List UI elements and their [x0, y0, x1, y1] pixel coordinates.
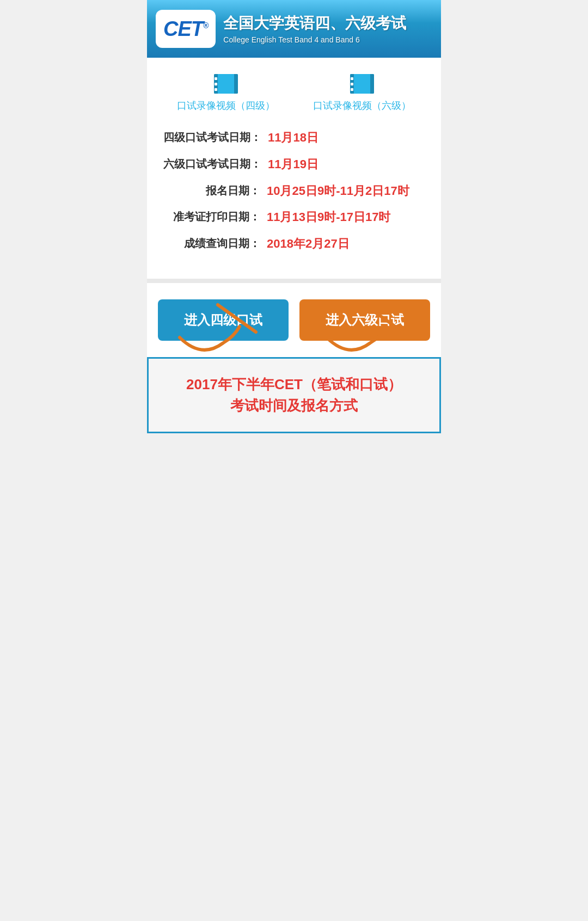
date-row-0: 四级口试考试日期： 11月18日	[158, 130, 430, 146]
video-icon-level6	[350, 74, 374, 94]
header-title-en: College English Test Band 4 and Band 6	[223, 35, 430, 44]
date-row-1: 六级口试考试日期： 11月19日	[158, 156, 430, 173]
date-label-3: 准考证打印日期：	[163, 209, 267, 224]
cet-logo: CET®	[156, 10, 216, 48]
enter-level4-button[interactable]: 进入四级口试	[158, 299, 289, 341]
bottom-banner-line1: 2017年下半年CET（笔试和口试）	[160, 374, 428, 395]
bottom-banner[interactable]: 2017年下半年CET（笔试和口试） 考试时间及报名方式	[147, 357, 441, 433]
video-icon-level4	[214, 74, 238, 94]
date-value-2: 10月25日9时-11月2日17时	[267, 183, 425, 200]
bottom-banner-line2: 考试时间及报名方式	[160, 395, 428, 416]
bottom-banner-text: 2017年下半年CET（笔试和口试） 考试时间及报名方式	[160, 374, 428, 416]
video-link-label-level6: 口试录像视频（六级）	[313, 99, 411, 112]
header-text: 全国大学英语四、六级考试 College English Test Band 4…	[223, 14, 430, 44]
date-value-3: 11月13日9时-17日17时	[267, 209, 425, 226]
date-value-4: 2018年2月27日	[267, 236, 425, 253]
date-info: 四级口试考试日期： 11月18日 六级口试考试日期： 11月19日 报名日期： …	[158, 130, 430, 253]
video-links: 口试录像视频（四级）	[158, 74, 430, 112]
date-value-1: 11月19日	[268, 156, 425, 173]
buttons-row: 进入四级口试 进入六级口试	[158, 299, 430, 341]
date-label-4: 成绩查询日期：	[163, 236, 267, 251]
date-row-3: 准考证打印日期： 11月13日9时-17日17时	[158, 209, 430, 226]
date-value-0: 11月18日	[268, 130, 425, 146]
date-label-0: 四级口试考试日期：	[163, 130, 268, 145]
date-label-2: 报名日期：	[163, 183, 267, 198]
date-row-4: 成绩查询日期： 2018年2月27日	[158, 236, 430, 253]
header: CET® 全国大学英语四、六级考试 College English Test B…	[147, 0, 441, 58]
header-title-zh: 全国大学英语四、六级考试	[223, 14, 430, 33]
main-content: 口试录像视频（四级）	[147, 58, 441, 279]
date-row-2: 报名日期： 10月25日9时-11月2日17时	[158, 183, 430, 200]
section-divider	[147, 279, 441, 283]
video-link-level4[interactable]: 口试录像视频（四级）	[177, 74, 275, 112]
logo-text: CET®	[163, 17, 208, 41]
video-link-label-level4: 口试录像视频（四级）	[177, 99, 275, 112]
buttons-section: 进入四级口试 进入六级口试	[147, 283, 441, 357]
video-link-level6[interactable]: 口试录像视频（六级）	[313, 74, 411, 112]
enter-level6-button[interactable]: 进入六级口试	[299, 299, 430, 341]
date-label-1: 六级口试考试日期：	[163, 156, 268, 171]
